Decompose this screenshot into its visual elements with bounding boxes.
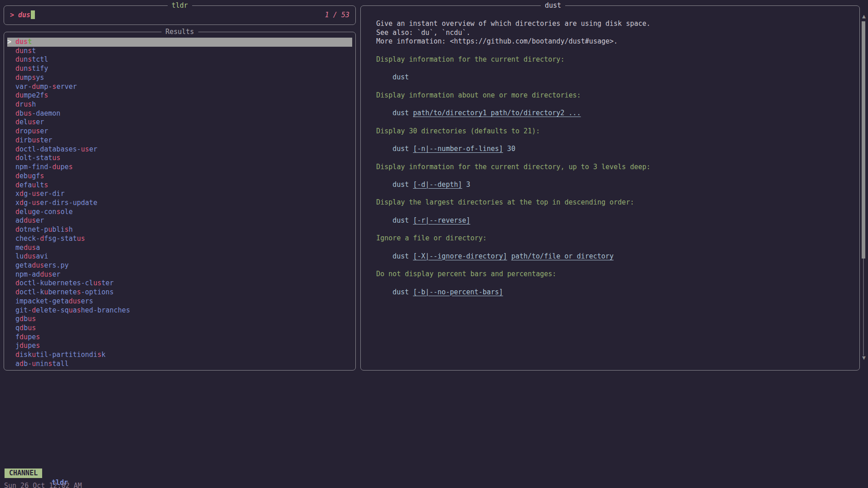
item-text: n — [24, 47, 28, 55]
item-text: b — [24, 324, 28, 332]
match-text: d — [19, 315, 24, 323]
scrollbar-thumb[interactable] — [862, 21, 865, 259]
result-item[interactable]: defaults — [7, 181, 352, 190]
result-item[interactable]: deluge-console — [7, 208, 352, 217]
command-text: dust — [393, 73, 409, 81]
match-text: d — [15, 208, 19, 216]
result-item[interactable]: deluser — [7, 118, 352, 127]
match-text: d — [15, 172, 19, 180]
command-argument: [-n|--number-of-lines] — [413, 145, 503, 153]
preview-line-blank — [376, 261, 851, 270]
search-input[interactable]: dus — [18, 11, 30, 19]
result-item[interactable]: git-delete-squashed-branches — [7, 306, 352, 315]
result-item[interactable]: adb-uninstall — [7, 360, 352, 369]
result-item[interactable]: dunstify — [7, 64, 352, 73]
selection-pointer — [7, 181, 15, 189]
match-text: us — [32, 136, 40, 144]
result-item[interactable]: doctl-kubernetes-options — [7, 288, 352, 297]
item-text: me — [15, 244, 24, 252]
result-item[interactable]: xdg-user-dir — [7, 190, 352, 199]
result-item[interactable]: doctl-databases-user — [7, 145, 352, 154]
match-text: dus — [32, 261, 44, 269]
item-text: nin — [36, 360, 48, 368]
result-item[interactable]: dumpsys — [7, 73, 352, 83]
result-item[interactable]: var-dump-server — [7, 83, 352, 92]
match-text: u — [68, 306, 73, 314]
preview-line-command: dust — [376, 73, 851, 82]
scroll-down-icon[interactable]: ▼ — [860, 354, 868, 361]
item-text: ys — [36, 73, 44, 82]
preview-line-blank — [376, 46, 851, 55]
item-text: olt-stat — [19, 154, 52, 162]
result-item[interactable]: doctl-kubernetes-cluster — [7, 279, 352, 288]
match-text: d — [19, 324, 24, 332]
selection-pointer — [7, 297, 15, 305]
result-item[interactable]: impacket-getadusers — [7, 297, 352, 306]
selection-pointer — [7, 199, 15, 207]
item-text: h — [68, 225, 73, 234]
item-text: j — [15, 342, 19, 350]
scroll-up-icon[interactable]: ▲ — [860, 13, 868, 20]
item-text: hed-branches — [81, 306, 130, 314]
match-text: dus — [24, 252, 36, 260]
selection-pointer — [7, 324, 15, 332]
result-item[interactable]: drush — [7, 100, 352, 109]
command-text: dust — [393, 288, 413, 296]
match-text: s — [28, 64, 32, 73]
match-text: d — [19, 360, 24, 368]
item-text: lt — [36, 181, 44, 189]
match-text: d — [15, 100, 19, 108]
result-item[interactable]: debugfs — [7, 172, 352, 181]
result-item[interactable]: dunst — [7, 47, 352, 56]
item-text: tall — [52, 360, 68, 368]
result-item[interactable]: ludusavi — [7, 252, 352, 261]
result-item[interactable]: dumpe2fs — [7, 91, 352, 100]
result-item[interactable]: xdg-user-dirs-update — [7, 199, 352, 208]
result-item[interactable]: dotnet-publish — [7, 225, 352, 234]
item-text: bernete — [48, 288, 77, 296]
command-argument: [-d|--depth] — [413, 181, 462, 189]
match-text: d — [15, 154, 19, 162]
match-text: u — [32, 181, 36, 189]
preview-line-blank — [376, 118, 851, 127]
result-item[interactable]: dirbuster — [7, 136, 352, 145]
result-item[interactable]: npm-find-dupes — [7, 163, 352, 172]
search-panel: tldr > dus 1 / 53 — [4, 5, 356, 25]
match-text: us — [81, 145, 89, 153]
preview-line-blank — [376, 243, 851, 252]
status-bar-row1: CHANNEL tldr [Hint] Remote Control: ctrl… — [0, 459, 868, 468]
result-item[interactable]: fdupes — [7, 333, 352, 342]
selection-pointer — [7, 208, 15, 216]
result-item[interactable]: > dust — [7, 38, 352, 47]
result-item[interactable]: check-dfsg-status — [7, 234, 352, 244]
result-item[interactable]: qdbus — [7, 324, 352, 333]
command-argument: path/to/file_or_directory — [511, 252, 614, 260]
match-text: us — [28, 315, 36, 323]
command-text: dust — [393, 252, 413, 260]
result-item[interactable]: getadusers.py — [7, 261, 352, 270]
result-item[interactable]: jdupes — [7, 342, 352, 351]
result-item[interactable]: dbus-daemon — [7, 109, 352, 118]
result-item[interactable]: adduser — [7, 216, 352, 225]
item-text: otnet-p — [19, 225, 48, 234]
selection-pointer — [7, 154, 15, 162]
result-item[interactable]: npm-adduser — [7, 270, 352, 279]
match-text: du — [19, 342, 28, 350]
selection-pointer — [7, 64, 15, 73]
match-text: d — [40, 234, 44, 243]
results-panel: Results > dust dunst dunstctl dunstify d… — [4, 32, 356, 371]
item-text: pe — [60, 163, 68, 171]
match-text: s — [36, 342, 40, 350]
match-text: d — [15, 288, 19, 296]
result-item[interactable]: medusa — [7, 244, 352, 253]
item-text: b — [24, 315, 28, 323]
result-item[interactable]: diskutil-partitiondisk — [7, 351, 352, 360]
result-item[interactable]: dropuser — [7, 127, 352, 136]
result-item[interactable]: dunstctl — [7, 55, 352, 64]
match-text: us — [52, 154, 60, 162]
match-text: us — [28, 324, 36, 332]
result-item[interactable]: gdbus — [7, 315, 352, 324]
result-item[interactable]: dolt-status — [7, 154, 352, 163]
match-text: s — [36, 333, 40, 341]
match-text: du — [15, 91, 24, 99]
